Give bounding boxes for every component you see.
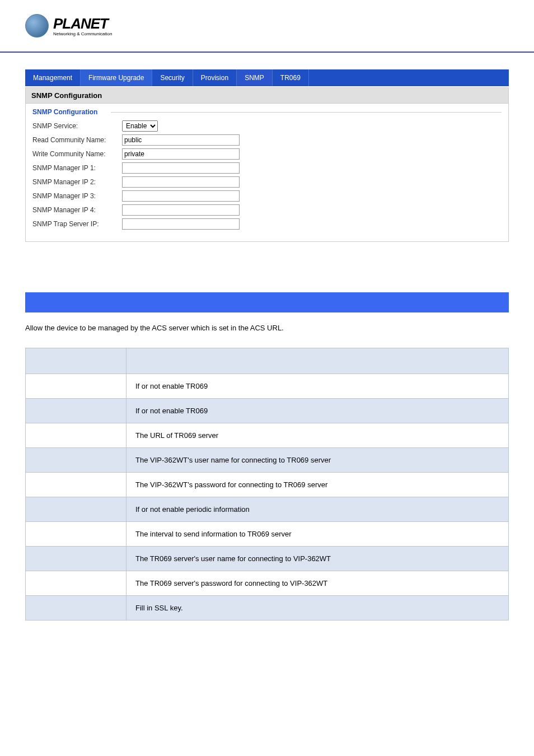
row-mgr-ip1: SNMP Manager IP 1: [32, 162, 502, 174]
label-trap-server: SNMP Trap Server IP: [32, 220, 122, 228]
cell-field [26, 596, 127, 620]
cell-desc: The TR069 server's user name for connect… [127, 547, 509, 571]
logo-brand: PLANET [53, 15, 112, 32]
tab-tr069[interactable]: TR069 [273, 69, 309, 86]
table-row: The TR069 server's password for connecti… [26, 571, 509, 596]
label-read-community: Read Community Name: [32, 136, 122, 144]
logo-text: PLANET Networking & Communication [53, 15, 112, 36]
table-row: The interval to send information to TR06… [26, 522, 509, 547]
cell-field [26, 497, 127, 522]
cell-field [26, 399, 127, 423]
label-mgr-ip1: SNMP Manager IP 1: [32, 164, 122, 172]
table-row: If or not enable TR069 [26, 374, 509, 399]
label-snmp-service: SNMP Service: [32, 122, 122, 130]
cell-desc: Fill in SSL key. [127, 596, 509, 620]
logo-tagline: Networking & Communication [53, 31, 112, 36]
cell-desc: The VIP-362WT's password for connecting … [127, 473, 509, 497]
tab-provision[interactable]: Provision [193, 69, 237, 86]
cell-field [26, 448, 127, 473]
table-row: Fill in SSL key. [26, 596, 509, 620]
input-read-community[interactable] [122, 134, 240, 146]
table-header-desc [127, 348, 509, 374]
table-header-field [26, 348, 127, 374]
tab-snmp[interactable]: SNMP [237, 69, 273, 86]
input-mgr-ip3[interactable] [122, 190, 240, 202]
table-row: If or not enable TR069 [26, 399, 509, 423]
label-mgr-ip3: SNMP Manager IP 3: [32, 192, 122, 200]
row-read-community: Read Community Name: [32, 134, 502, 146]
table-row: The VIP-362WT's password for connecting … [26, 473, 509, 497]
input-trap-server[interactable] [122, 218, 240, 230]
cell-desc: If or not enable periodic information [127, 497, 509, 522]
snmp-config-title: SNMP Configuration [25, 87, 509, 104]
cell-field [26, 571, 127, 596]
cell-field [26, 547, 127, 571]
header-divider [0, 52, 534, 53]
cell-desc: The TR069 server's password for connecti… [127, 571, 509, 596]
cell-desc: The URL of TR069 server [127, 423, 509, 448]
row-mgr-ip4: SNMP Manager IP 4: [32, 204, 502, 216]
cell-field [26, 522, 127, 547]
logo-globe-icon [25, 14, 49, 38]
table-row: The TR069 server's user name for connect… [26, 547, 509, 571]
table-header-row [26, 348, 509, 374]
snmp-config-panel: SNMP Configuration SNMP Service: Enable … [25, 104, 509, 242]
cell-desc: The interval to send information to TR06… [127, 522, 509, 547]
cell-field [26, 473, 127, 497]
select-snmp-service[interactable]: Enable [122, 120, 158, 132]
tab-management[interactable]: Management [25, 69, 81, 86]
row-snmp-service: SNMP Service: Enable [32, 120, 502, 132]
row-write-community: Write Community Name: [32, 148, 502, 160]
logo: PLANET Networking & Communication [25, 14, 534, 38]
header-logo: PLANET Networking & Communication [0, 0, 534, 46]
cell-desc: The VIP-362WT's user name for connecting… [127, 448, 509, 473]
tr069-table: If or not enable TR069 If or not enable … [25, 348, 509, 620]
input-mgr-ip4[interactable] [122, 204, 240, 216]
cell-desc: If or not enable TR069 [127, 374, 509, 399]
tr069-description: Allow the device to be managed by the AC… [25, 324, 509, 332]
tr069-section-bar [25, 292, 509, 312]
table-row: The VIP-362WT's user name for connecting… [26, 448, 509, 473]
cell-field [26, 423, 127, 448]
label-write-community: Write Community Name: [32, 150, 122, 158]
table-row: If or not enable periodic information [26, 497, 509, 522]
input-write-community[interactable] [122, 148, 240, 160]
cell-field [26, 374, 127, 399]
row-mgr-ip3: SNMP Manager IP 3: [32, 190, 502, 202]
table-row: The URL of TR069 server [26, 423, 509, 448]
tab-firmware-upgrade[interactable]: Firmware Upgrade [81, 69, 152, 86]
label-mgr-ip4: SNMP Manager IP 4: [32, 206, 122, 214]
row-trap-server: SNMP Trap Server IP: [32, 218, 502, 230]
snmp-legend: SNMP Configuration [32, 108, 502, 116]
tab-security[interactable]: Security [152, 69, 193, 86]
row-mgr-ip2: SNMP Manager IP 2: [32, 176, 502, 188]
tab-bar: Management Firmware Upgrade Security Pro… [25, 69, 509, 86]
input-mgr-ip1[interactable] [122, 162, 240, 174]
input-mgr-ip2[interactable] [122, 176, 240, 188]
label-mgr-ip2: SNMP Manager IP 2: [32, 178, 122, 186]
cell-desc: If or not enable TR069 [127, 399, 509, 423]
